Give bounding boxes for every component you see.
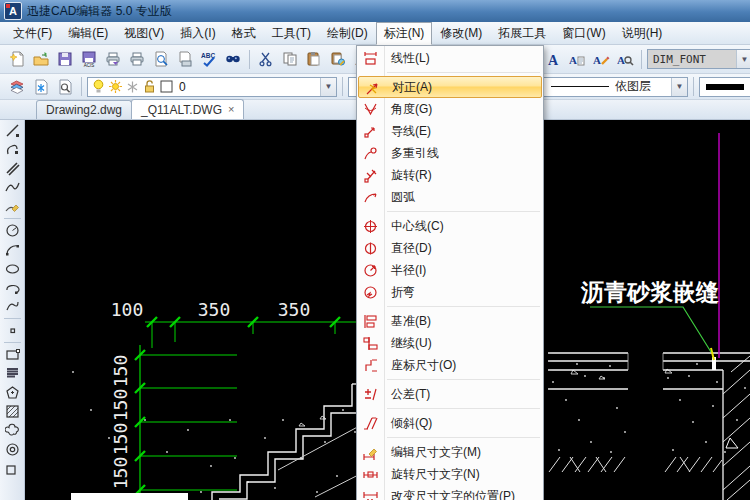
unlock-icon[interactable] xyxy=(142,79,157,94)
menu-window[interactable]: 窗口(W) xyxy=(554,22,613,45)
menu-express-tools[interactable]: 拓展工具 xyxy=(490,22,554,45)
chevron-down-icon[interactable]: ▼ xyxy=(736,50,750,68)
multiline-tool-button[interactable] xyxy=(2,159,23,178)
menu-item-centerline[interactable]: 中心线(C) xyxy=(357,215,543,237)
vertical-dimension-labels: 150 150 150 150 xyxy=(110,355,131,490)
ellipse-arc-tool-button[interactable] xyxy=(2,278,23,297)
menu-item-linear[interactable]: 线性(L) xyxy=(357,47,543,69)
close-icon[interactable]: × xyxy=(228,104,234,115)
menu-file[interactable]: 文件(F) xyxy=(5,22,60,45)
dim-move-text-icon xyxy=(362,488,378,500)
curve-tool-button[interactable] xyxy=(2,297,23,316)
menu-edit[interactable]: 编辑(E) xyxy=(60,22,116,45)
hatch-tool-button[interactable] xyxy=(2,402,23,421)
menu-item-jogged[interactable]: 折弯 xyxy=(357,281,543,303)
text-toolbar: A A A A DIM_FONT ▼ xyxy=(542,45,750,73)
menu-draw[interactable]: 绘制(D) xyxy=(319,22,376,45)
spline-node-tool-button[interactable] xyxy=(2,140,23,159)
text-edit-button[interactable]: A xyxy=(566,48,588,70)
linetype-sample xyxy=(551,86,609,87)
page-setup-button[interactable] xyxy=(174,48,196,70)
tab-q11alt[interactable]: _Q11ALT.DWG × xyxy=(131,99,244,119)
color-swatch-icon[interactable] xyxy=(160,80,173,93)
arc-tool-button[interactable] xyxy=(2,240,23,259)
bulb-icon[interactable] xyxy=(92,79,105,94)
plot-button[interactable] xyxy=(102,48,124,70)
print-preview-button[interactable] xyxy=(150,48,172,70)
menu-item-move-dim-text[interactable]: 改变尺寸文字的位置(P) xyxy=(357,485,543,500)
menu-item-oblique[interactable]: 倾斜(Q) xyxy=(357,412,543,434)
menu-tools[interactable]: 工具(T) xyxy=(264,22,319,45)
menu-help[interactable]: 说明(H) xyxy=(614,22,671,45)
copy-button[interactable] xyxy=(279,48,301,70)
menu-format[interactable]: 格式 xyxy=(224,22,264,45)
line-tool-button[interactable] xyxy=(2,121,23,140)
paste-special-button[interactable] xyxy=(327,48,349,70)
menu-item-multileader[interactable]: 多重引线 xyxy=(357,142,543,164)
menu-item-diameter[interactable]: 直径(D) xyxy=(357,237,543,259)
cut-button[interactable] xyxy=(255,48,277,70)
menu-item-rotated[interactable]: 旋转(R) xyxy=(357,164,543,186)
text-find-button[interactable]: A xyxy=(614,48,636,70)
menu-insert[interactable]: 插入(I) xyxy=(172,22,223,45)
menu-item-ordinate[interactable]: 座标尺寸(O) xyxy=(357,354,543,376)
menu-item-angular[interactable]: 角度(G) xyxy=(357,98,543,120)
sun-icon[interactable] xyxy=(108,79,123,94)
menu-item-radius[interactable]: 半径(I) xyxy=(357,259,543,281)
menu-separator xyxy=(387,72,540,73)
menu-item-rotate-dim-text[interactable]: 旋转尺寸文字(N) xyxy=(357,463,543,485)
menu-modify[interactable]: 修改(M) xyxy=(432,22,490,45)
ellipse-tool-button[interactable] xyxy=(2,259,23,278)
menu-item-edit-dim-text[interactable]: 编辑尺寸文字(M) xyxy=(357,441,543,463)
snowflake-icon[interactable] xyxy=(126,80,139,94)
menu-item-continue[interactable]: 继续(U) xyxy=(357,332,543,354)
lineweight-combo[interactable] xyxy=(699,77,750,97)
print-button[interactable] xyxy=(126,48,148,70)
layer-search-button[interactable] xyxy=(54,76,76,98)
menu-item-label: 改变尺寸文字的位置(P) xyxy=(391,488,515,500)
point-tool-button[interactable] xyxy=(2,321,23,340)
dim-centerline-icon xyxy=(362,218,378,234)
polygon-tool-button[interactable] xyxy=(2,383,23,402)
block-tool-button[interactable] xyxy=(2,459,23,478)
linetype-toolbar: 依图层 ▼ xyxy=(542,74,750,99)
layer-freeze-button[interactable] xyxy=(30,76,52,98)
menu-dimension[interactable]: 标注(N) xyxy=(376,22,433,45)
revcloud-tool-button[interactable] xyxy=(2,421,23,440)
find-button[interactable] xyxy=(222,48,244,70)
paste-button[interactable] xyxy=(303,48,325,70)
text-style-button[interactable]: A xyxy=(542,48,564,70)
menu-view[interactable]: 视图(V) xyxy=(116,22,172,45)
menu-item-tolerance[interactable]: 公差(T) xyxy=(357,383,543,405)
circle-tool-button[interactable] xyxy=(2,221,23,240)
donut-tool-button[interactable] xyxy=(2,440,23,459)
dim-multileader-icon xyxy=(362,145,378,161)
rectangle-tool-button[interactable] xyxy=(2,345,23,364)
menu-item-baseline[interactable]: 基准(B) xyxy=(357,310,543,332)
toolbar-separator xyxy=(342,77,343,96)
menu-item-leader[interactable]: 导线(E) xyxy=(357,120,543,142)
export-acis-button[interactable]: ACIS xyxy=(78,48,100,70)
dim-font-combo[interactable]: DIM_FONT ▼ xyxy=(647,49,750,69)
sketch-tool-button[interactable] xyxy=(2,197,23,216)
text-pencil-button[interactable]: A xyxy=(590,48,612,70)
chevron-down-icon[interactable]: ▼ xyxy=(671,78,687,96)
svg-text:350: 350 xyxy=(278,299,311,320)
chevron-down-icon[interactable]: ▼ xyxy=(320,78,336,96)
layer-properties-button[interactable] xyxy=(6,76,28,98)
menu-item-label: 角度(G) xyxy=(391,101,432,118)
open-file-button[interactable] xyxy=(30,48,52,70)
spline-tool-button[interactable] xyxy=(2,178,23,197)
spell-check-button[interactable]: ABC xyxy=(198,48,220,70)
linetype-combo[interactable]: 依图层 ▼ xyxy=(542,77,688,97)
menu-separator xyxy=(387,306,540,307)
save-button[interactable] xyxy=(54,48,76,70)
layer-combo[interactable]: 0 ▼ xyxy=(87,77,337,97)
dim-edit-text-icon xyxy=(362,444,378,460)
dim-arc-icon xyxy=(362,189,378,205)
new-file-button[interactable] xyxy=(6,48,28,70)
menu-item-arc[interactable]: 圆弧 xyxy=(357,186,543,208)
tab-drawing2[interactable]: Drawing2.dwg xyxy=(36,100,132,119)
menu-item-aligned[interactable]: 对正(A) xyxy=(358,76,542,98)
mtext-tool-button[interactable] xyxy=(2,364,23,383)
